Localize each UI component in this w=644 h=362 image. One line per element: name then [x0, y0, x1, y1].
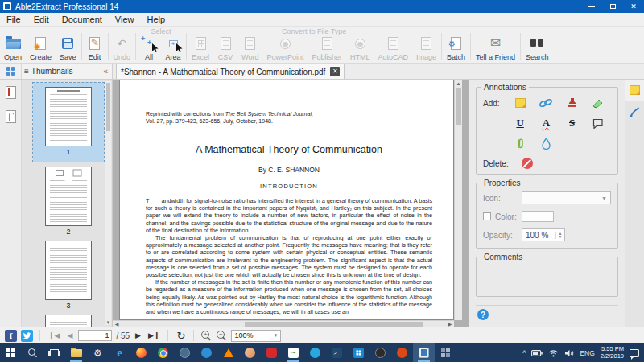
pdf-page[interactable]: Reprinted with corrections from The Bell… — [119, 80, 454, 320]
tiles-app-button[interactable] — [435, 343, 456, 362]
save-button[interactable]: Save — [56, 27, 80, 64]
chrome-button[interactable] — [152, 343, 174, 362]
ubuntu-button[interactable] — [391, 343, 413, 362]
menu-view[interactable]: View — [109, 14, 141, 25]
menu-document[interactable]: Document — [56, 14, 109, 25]
able2extract-taskbar-button[interactable] — [413, 343, 435, 362]
menu-edit[interactable]: Edit — [27, 14, 56, 25]
red-app-button[interactable] — [261, 343, 283, 362]
action-center-button[interactable] — [630, 349, 639, 357]
signature-tab[interactable] — [625, 101, 644, 123]
tray-chevron-up-icon[interactable]: ^ — [522, 349, 526, 357]
settings-button[interactable]: ⚙ — [87, 343, 109, 362]
previous-page-button[interactable]: ◀ — [65, 331, 74, 339]
opacity-spinner[interactable]: 100 % ▲▼ — [522, 228, 565, 241]
thumbnail-page-number: 3 — [33, 302, 104, 310]
microsoft-store-button[interactable] — [348, 343, 369, 362]
zoom-in-button[interactable]: + — [200, 330, 212, 341]
open-button[interactable]: Open — [0, 27, 26, 64]
squiggly-underline-tool[interactable]: A — [539, 116, 553, 130]
thumbnails-view-button[interactable] — [0, 64, 22, 79]
page-thumbnail-2[interactable] — [45, 167, 92, 226]
stamp-tool[interactable] — [565, 96, 580, 110]
vertical-scroll-thumb[interactable] — [456, 88, 461, 125]
horizontal-scroll-thumb[interactable] — [245, 322, 423, 327]
minimize-button[interactable] — [581, 0, 602, 13]
wifi-icon[interactable] — [548, 349, 559, 357]
vertical-scrollbar[interactable]: ▲ — [454, 80, 462, 320]
spin-down-icon[interactable]: ▼ — [559, 235, 563, 239]
color-field[interactable] — [522, 211, 554, 222]
scroll-up-icon[interactable]: ▲ — [455, 80, 462, 88]
dark-circle-app-button[interactable] — [369, 343, 391, 362]
globe-browser-button[interactable] — [174, 343, 196, 362]
facebook-icon[interactable]: f — [5, 330, 17, 342]
scroll-right-icon[interactable]: ▶ — [446, 321, 454, 327]
hyperlink-tool[interactable] — [539, 96, 553, 110]
sticky-note-tool[interactable] — [513, 96, 527, 110]
thumbnails-scrollbar[interactable]: ▼ — [105, 81, 111, 325]
annotations-tab[interactable] — [625, 80, 644, 101]
page-thumbnail-3[interactable] — [45, 241, 92, 300]
firefox-button[interactable] — [130, 343, 152, 362]
close-button[interactable]: ✕ — [623, 0, 644, 13]
page-thumbnail-4[interactable] — [45, 315, 92, 327]
notepad-plus-plus-button[interactable]: ~ — [283, 343, 304, 362]
thumbnails-panel-header: ≡ Thumbnails « — [22, 64, 113, 79]
zoom-out-button[interactable]: − — [216, 330, 227, 341]
highlight-tool[interactable] — [591, 96, 605, 110]
crescent-app-button[interactable] — [239, 343, 261, 362]
media-app-button[interactable] — [196, 343, 217, 362]
taskbar-search-button[interactable] — [22, 343, 43, 362]
tell-a-friend-button[interactable]: ✉ Tell a Friend — [472, 27, 519, 64]
delete-annotation-button[interactable] — [522, 158, 533, 169]
icon-dropdown[interactable]: ▼ — [522, 191, 611, 204]
watermark-tool[interactable] — [539, 136, 553, 150]
messenger-app-button[interactable] — [304, 343, 326, 362]
batch-button[interactable]: ⚙ Batch — [443, 27, 469, 64]
annotations-panel-button[interactable] — [6, 86, 16, 99]
color-checkbox[interactable] — [483, 212, 491, 220]
thumbnail-selected-wrap: 1 — [33, 83, 104, 162]
create-button[interactable]: ✱ Create — [26, 27, 56, 64]
document-tab[interactable]: *Shannon - A Mathematical Theory of Comm… — [116, 64, 345, 79]
page-number-input[interactable] — [78, 330, 112, 341]
menu-file[interactable]: File — [0, 14, 27, 25]
language-indicator[interactable]: ENG — [580, 349, 594, 357]
help-button[interactable]: ? — [477, 309, 489, 320]
tab-close-button[interactable]: ✕ — [330, 67, 340, 76]
attachment-tool[interactable] — [513, 136, 527, 150]
page-thumbnail-1[interactable] — [45, 87, 92, 146]
first-page-button[interactable]: ❙◀ — [47, 331, 61, 339]
speaker-icon[interactable] — [564, 349, 574, 357]
vlc-button[interactable] — [217, 343, 239, 362]
scroll-left-icon[interactable]: ◀ — [113, 321, 121, 327]
next-page-button[interactable]: ▶ — [134, 331, 142, 339]
scroll-down-icon[interactable]: ▼ — [105, 320, 111, 325]
rotate-button[interactable]: ↻ — [175, 330, 187, 342]
start-button[interactable] — [0, 343, 22, 362]
dropdown-arrow-icon: ▼ — [273, 333, 278, 338]
attachments-panel-button[interactable] — [6, 110, 16, 123]
last-page-button[interactable]: ▶❙ — [147, 331, 161, 339]
menu-help[interactable]: Help — [141, 14, 172, 25]
powershell-button[interactable]: >_ — [326, 343, 348, 362]
edge-button[interactable]: e — [109, 343, 130, 362]
search-icon — [28, 348, 38, 358]
callout-tool[interactable] — [591, 116, 605, 130]
tray-clock[interactable]: 5:55 PM 2/2/2019 — [601, 346, 624, 360]
search-button[interactable]: Search — [522, 27, 553, 64]
status-bar: f ❙◀ ◀ / 55 ▶ ▶❙ ↻ + − 100% ▼ — [0, 327, 644, 343]
maximize-button[interactable] — [602, 0, 623, 13]
underline-tool[interactable]: U — [513, 116, 527, 130]
document-view: Reprinted with corrections from The Bell… — [113, 80, 469, 327]
strikeout-tool[interactable]: S — [565, 116, 580, 130]
zoom-level-dropdown[interactable]: 100% ▼ — [231, 330, 281, 342]
edit-button[interactable]: ✎ Edit — [83, 27, 107, 64]
battery-icon[interactable] — [531, 350, 543, 356]
collapse-panel-button[interactable]: « — [101, 67, 109, 76]
twitter-icon[interactable] — [21, 330, 33, 342]
file-explorer-button[interactable] — [65, 343, 87, 362]
task-view-button[interactable] — [43, 343, 65, 362]
horizontal-scrollbar[interactable]: ◀ ▶ — [113, 320, 454, 327]
